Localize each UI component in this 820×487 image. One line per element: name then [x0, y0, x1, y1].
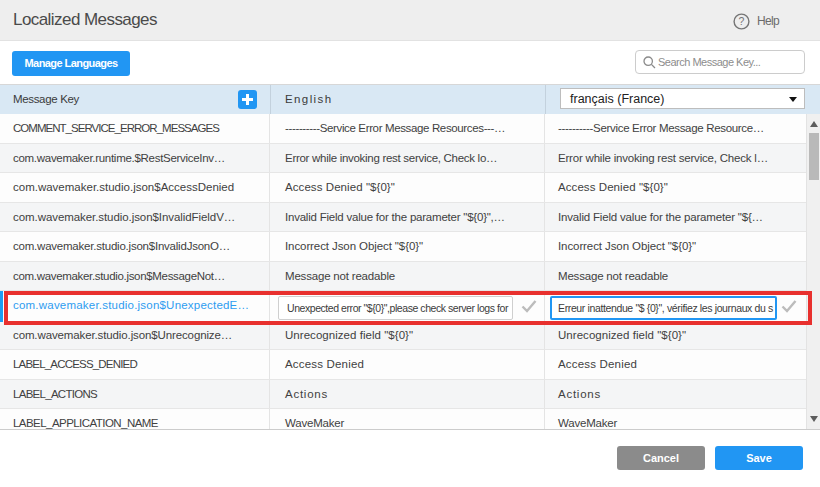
svg-text:?: ? [739, 15, 745, 27]
